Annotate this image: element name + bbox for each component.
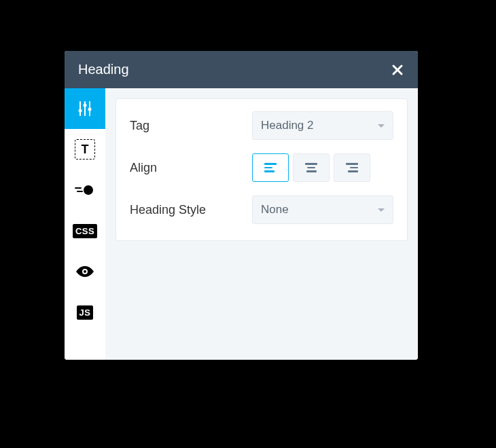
- label-tag: Tag: [130, 119, 252, 133]
- panel-body: T CSS JS: [65, 88, 418, 360]
- svg-point-3: [79, 109, 82, 113]
- align-right-icon: [346, 163, 358, 172]
- heading-style-select[interactable]: None: [252, 195, 393, 224]
- align-center-button[interactable]: [293, 153, 330, 182]
- panel-title: Heading: [78, 62, 129, 77]
- align-button-group: [252, 153, 393, 182]
- eye-icon: [75, 265, 95, 278]
- label-align: Align: [130, 161, 252, 175]
- chevron-down-icon: [378, 208, 385, 212]
- align-left-button[interactable]: [252, 153, 289, 182]
- row-heading-style: Heading Style None: [130, 195, 393, 224]
- sidebar-item-css[interactable]: CSS: [65, 210, 105, 251]
- sidebar: T CSS JS: [65, 88, 105, 360]
- row-align: Align: [130, 153, 393, 182]
- align-center-icon: [305, 163, 317, 172]
- css-icon: CSS: [73, 224, 97, 238]
- sidebar-item-text[interactable]: T: [65, 129, 105, 170]
- js-icon: JS: [77, 305, 94, 320]
- tag-select[interactable]: Heading 2: [252, 111, 393, 140]
- sliders-icon: [76, 100, 94, 117]
- heading-style-select-value: None: [261, 203, 289, 217]
- close-icon: [391, 63, 404, 77]
- row-tag: Tag Heading 2: [130, 111, 393, 140]
- svg-point-4: [84, 104, 87, 107]
- sidebar-item-settings[interactable]: [65, 88, 105, 129]
- animation-icon: [75, 185, 95, 195]
- svg-point-10: [84, 270, 86, 273]
- panel-header: Heading: [65, 51, 418, 88]
- align-right-button[interactable]: [334, 153, 370, 182]
- chevron-down-icon: [378, 124, 385, 128]
- tag-select-value: Heading 2: [261, 119, 314, 132]
- main-content: Tag Heading 2 Align: [105, 88, 418, 360]
- sidebar-item-animation[interactable]: [65, 170, 105, 210]
- sidebar-item-visibility[interactable]: [65, 251, 105, 292]
- svg-point-5: [88, 108, 92, 111]
- settings-card: Tag Heading 2 Align: [116, 98, 408, 241]
- close-button[interactable]: [391, 63, 404, 77]
- label-heading-style: Heading Style: [130, 203, 252, 217]
- svg-point-8: [84, 185, 93, 195]
- align-left-icon: [264, 163, 277, 172]
- sidebar-item-js[interactable]: JS: [65, 292, 105, 333]
- heading-settings-panel: Heading T: [65, 51, 418, 360]
- text-icon: T: [75, 139, 95, 160]
